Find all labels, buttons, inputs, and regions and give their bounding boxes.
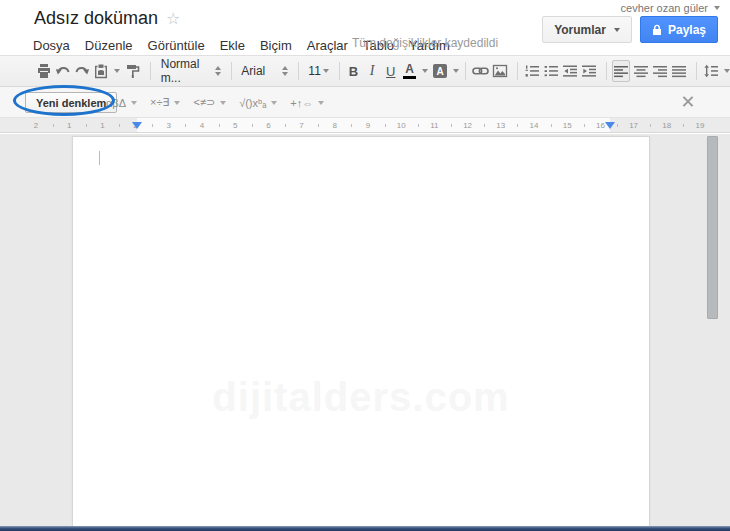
menu-duzenle[interactable]: Düzenle [85, 38, 133, 53]
web-clipboard-icon[interactable] [93, 60, 109, 82]
chevron-down-icon [323, 69, 329, 73]
toolbar-separator [606, 62, 607, 80]
equation-toolbar: Yeni denklem αβΔ ×÷∃ <≠⊃ √()xᵇₐ +↑⇔ [0, 87, 730, 118]
align-right-button[interactable] [652, 60, 668, 82]
greek-letters-dropdown[interactable]: αβΔ [106, 97, 137, 109]
chevron-down-icon[interactable] [114, 69, 120, 73]
chevron-down-icon [318, 101, 324, 105]
toolbar-separator [339, 62, 340, 80]
outdent-icon[interactable] [562, 60, 578, 82]
document-page[interactable]: dijitalders.com [72, 136, 650, 526]
chevron-down-icon [131, 101, 137, 105]
toolbar: Normal m... Arial 11 B I U A A [0, 55, 730, 87]
toolbar-separator [298, 62, 299, 80]
right-indent-marker[interactable] [605, 122, 615, 129]
styles-dropdown[interactable]: Normal m... [157, 60, 225, 82]
google-docs-window: cevher ozan güler Adsız doküman ☆ Yoruml… [0, 0, 730, 531]
new-equation-button[interactable]: Yeni denklem [25, 92, 117, 113]
updown-icon [215, 66, 221, 76]
menu-araclar[interactable]: Araçlar [307, 38, 348, 53]
chevron-down-icon[interactable] [724, 69, 730, 73]
left-indent-marker[interactable] [132, 122, 142, 129]
misc-operations-dropdown[interactable]: ×÷∃ [150, 96, 180, 109]
justify-button[interactable] [671, 60, 687, 82]
menu-dosya[interactable]: Dosya [33, 38, 70, 53]
vertical-scrollbar[interactable] [707, 136, 718, 319]
redo-icon[interactable] [74, 60, 90, 82]
ruler: 2112345678910111213141516171819 [0, 118, 730, 133]
chevron-down-icon [271, 101, 277, 105]
toolbar-separator [696, 62, 697, 80]
close-icon[interactable] [681, 95, 694, 108]
highlight-color-button[interactable]: A [432, 60, 448, 82]
align-left-button[interactable] [612, 60, 630, 82]
toolbar-separator [465, 62, 466, 80]
math-operations-dropdown[interactable]: √()xᵇₐ [239, 97, 277, 109]
toolbar-separator [517, 62, 518, 80]
bold-button[interactable]: B [346, 60, 362, 82]
chevron-down-icon [614, 28, 620, 32]
toolbar-separator [150, 62, 151, 80]
align-center-button[interactable] [633, 60, 649, 82]
toolbar-separator [231, 62, 232, 80]
star-icon[interactable]: ☆ [166, 11, 180, 27]
comments-button[interactable]: Yorumlar [542, 16, 632, 43]
print-icon[interactable] [36, 60, 52, 82]
numbered-list-icon[interactable] [524, 60, 540, 82]
updown-icon [282, 66, 288, 76]
menu-bicim[interactable]: Biçim [260, 38, 292, 53]
menu-goruntule[interactable]: Görüntüle [148, 38, 205, 53]
watermark: dijitalders.com [212, 375, 509, 420]
font-dropdown[interactable]: Arial [237, 60, 291, 82]
insert-link-icon[interactable] [472, 60, 489, 82]
text-cursor [99, 151, 100, 165]
bullet-list-icon[interactable] [543, 60, 559, 82]
save-status: Tüm değişiklikler kaydedildi [352, 36, 498, 50]
text-color-swatch [403, 76, 416, 79]
line-spacing-icon[interactable] [703, 60, 719, 82]
share-button[interactable]: Paylaş [640, 16, 718, 43]
font-size-dropdown[interactable]: 11 [304, 60, 332, 82]
indent-icon[interactable] [581, 60, 597, 82]
window-bottom-edge [0, 526, 730, 531]
paint-format-icon[interactable] [125, 60, 141, 82]
undo-icon[interactable] [55, 60, 71, 82]
chevron-down-icon [174, 101, 180, 105]
chevron-down-icon [714, 6, 720, 10]
italic-button[interactable]: I [364, 60, 380, 82]
chevron-down-icon[interactable] [422, 69, 428, 73]
underline-button[interactable]: U [383, 60, 399, 82]
document-area: dijitalders.com [0, 134, 730, 526]
user-name: cevher ozan güler [621, 2, 708, 14]
account-menu[interactable]: cevher ozan güler [621, 2, 720, 14]
insert-image-icon[interactable] [492, 60, 508, 82]
relations-dropdown[interactable]: <≠⊃ [193, 96, 226, 109]
chevron-down-icon[interactable] [453, 69, 459, 73]
chevron-down-icon [220, 101, 226, 105]
document-title[interactable]: Adsız doküman [34, 8, 158, 29]
ruler-content-area [137, 118, 610, 132]
menu-ekle[interactable]: Ekle [220, 38, 245, 53]
text-color-button[interactable]: A [402, 60, 418, 82]
arrows-dropdown[interactable]: +↑⇔ [290, 97, 324, 109]
lock-icon [652, 24, 662, 36]
